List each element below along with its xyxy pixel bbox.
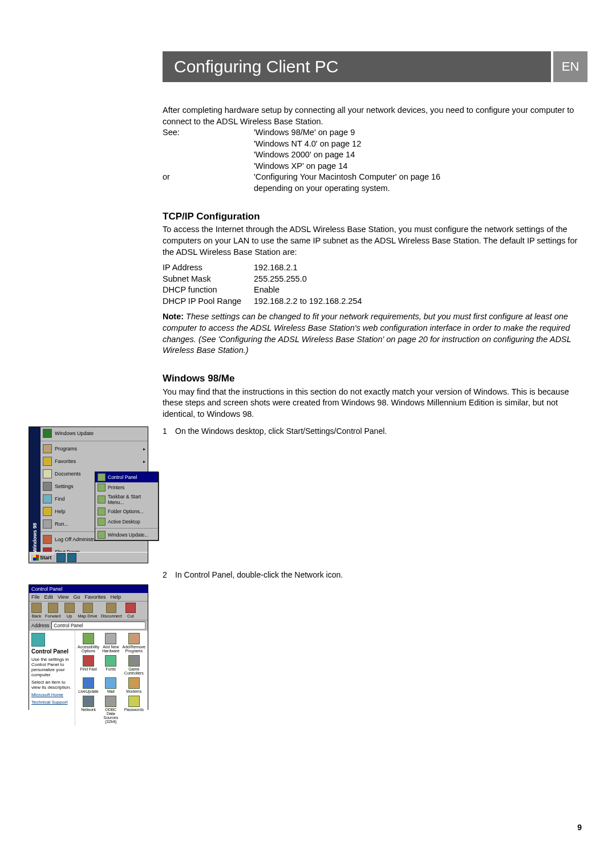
up-button[interactable]: Up — [64, 603, 75, 619]
step-number: 2 — [163, 570, 175, 579]
or-label: or — [163, 172, 254, 194]
icon-add-hardware[interactable]: Add New Hardware — [100, 633, 121, 653]
cut-icon — [125, 603, 136, 613]
cut-button[interactable]: Cut — [125, 603, 136, 619]
windows-update-icon — [43, 429, 52, 438]
icon-findfast[interactable]: Find Fast — [78, 655, 99, 675]
sub-folder-options[interactable]: Folder Options... — [95, 506, 158, 517]
menubar: File Edit View Go Favorites Help — [29, 593, 148, 601]
menu-favorites[interactable]: Favorites — [84, 594, 106, 600]
cp-sidebar-title: Control Panel — [31, 648, 72, 655]
sm-favorites[interactable]: Favorites▸ — [40, 455, 148, 468]
menu-view[interactable]: View — [58, 594, 68, 600]
icon-network[interactable]: Network — [78, 696, 99, 724]
address-field[interactable]: Control Panel — [51, 621, 145, 629]
passwords-icon — [128, 696, 140, 707]
menu-file[interactable]: File — [31, 594, 40, 600]
quicklaunch-icon[interactable] — [67, 553, 76, 562]
menu-help[interactable]: Help — [110, 594, 121, 600]
accessibility-icon — [83, 633, 94, 644]
step-number: 1 — [163, 426, 175, 436]
ref-win2000: 'Windows 2000' on page 14 — [254, 149, 587, 161]
ref-win98: 'Windows 98/Me' on page 9 — [254, 127, 587, 139]
settings-submenu: Control Panel Printers Taskbar & Start M… — [95, 472, 159, 541]
icon-passwords[interactable]: Passwords — [123, 696, 145, 724]
cp-icon-grid: Accessibility Options Add New Hardware A… — [75, 631, 148, 726]
sub-printers[interactable]: Printers — [95, 482, 158, 493]
active-desktop-icon — [98, 518, 106, 526]
icon-fonts[interactable]: Fonts — [100, 655, 121, 675]
icon-odbc[interactable]: ODBC Data Sources (32bit) — [100, 696, 121, 724]
link-microsoft-home[interactable]: Microsoft Home — [31, 692, 72, 697]
icon-liveupdate[interactable]: LiveUpdate — [78, 677, 99, 693]
ip-address-label: IP Address — [163, 262, 254, 274]
mail-icon — [105, 677, 116, 689]
disconnect-icon — [106, 603, 116, 613]
cp-hint1: Use the settings in Control Panel to per… — [31, 657, 72, 677]
quicklaunch-icon[interactable] — [56, 553, 66, 562]
up-icon — [64, 603, 75, 613]
header-spacer — [29, 51, 163, 82]
windows-stripe: Windows 98 — [29, 427, 40, 553]
liveupdate-icon — [83, 677, 94, 689]
sub-active-desktop[interactable]: Active Desktop — [95, 517, 158, 527]
fonts-icon — [105, 655, 116, 667]
icon-modems[interactable]: Modems — [123, 677, 145, 693]
start-button[interactable]: Start — [30, 554, 55, 562]
run-icon — [43, 519, 52, 529]
favorites-icon — [43, 457, 52, 466]
icon-accessibility[interactable]: Accessibility Options — [78, 633, 99, 653]
sm-programs[interactable]: Programs▸ — [40, 442, 148, 455]
programs-icon — [43, 444, 52, 453]
ip-settings-table: IP Address192.168.2.1 Subnet Mask255.255… — [163, 262, 587, 307]
mapdrive-icon — [83, 603, 93, 613]
ref-mac: 'Configuring Your Macintosh Computer' on… — [254, 172, 587, 183]
menu-go[interactable]: Go — [73, 594, 80, 600]
see-label: See: — [163, 127, 254, 172]
header-bar: Configuring Client PC EN — [29, 51, 587, 82]
mapdrive-button[interactable]: Map Drive — [78, 603, 98, 619]
dhcp-pool-label: DHCP IP Pool Range — [163, 296, 254, 307]
forward-button[interactable]: Forward — [45, 603, 61, 619]
tcpip-para: To access the Internet through the ADSL … — [163, 224, 587, 258]
note-body: These settings can be changed to fit you… — [163, 312, 571, 355]
ref-nt4: 'Windows NT 4.0' on page 12 — [254, 139, 587, 150]
odbc-icon — [105, 696, 116, 707]
sm-windows-update[interactable]: Windows Update — [40, 427, 148, 440]
intro-para: After completing hardware setup by conne… — [163, 105, 587, 127]
folder-options-icon — [98, 507, 106, 515]
icon-mail[interactable]: Mail — [100, 677, 121, 693]
icon-add-remove[interactable]: Add/Remove Programs — [123, 633, 145, 653]
tcpip-heading: TCP/IP Configuration — [163, 210, 587, 224]
ip-address-value: 192.168.2.1 — [254, 262, 298, 274]
sub-taskbar[interactable]: Taskbar & Start Menu... — [95, 493, 158, 506]
win98-para: You may find that the instructions in th… — [163, 387, 587, 420]
step2-text: In Control Panel, double-click the Netwo… — [175, 570, 343, 579]
win98-heading: Windows 98/Me — [163, 372, 587, 385]
toolbar: Back Forward Up Map Drive Disconnect Cut — [29, 601, 148, 620]
windows-icon — [33, 555, 39, 560]
subnet-mask-value: 255.255.255.0 — [254, 274, 307, 285]
dhcp-func-label: DHCP function — [163, 285, 254, 296]
note-block: Note: These settings can be changed to f… — [163, 311, 587, 356]
control-panel-icon — [98, 473, 106, 481]
cp-sidebar: Control Panel Use the settings in Contro… — [29, 631, 75, 726]
or-tail: depending on your operating system. — [254, 183, 587, 194]
sub-windows-update[interactable]: Windows Update... — [95, 530, 158, 540]
icon-gamecontrollers[interactable]: Game Controllers — [123, 655, 145, 675]
address-label: Address — [31, 623, 49, 628]
link-tech-support[interactable]: Technical Support — [31, 700, 72, 705]
dhcp-func-value: Enable — [254, 285, 279, 296]
note-label: Note: — [163, 312, 184, 321]
add-hardware-icon — [105, 633, 116, 644]
sub-control-panel[interactable]: Control Panel — [95, 472, 158, 482]
body-text: After completing hardware setup by conne… — [163, 105, 587, 420]
taskbar-icon — [98, 495, 106, 503]
back-button[interactable]: Back — [31, 603, 42, 619]
start-menu-figure: Windows 98 Windows Update Programs▸ Favo… — [29, 426, 148, 563]
disconnect-button[interactable]: Disconnect — [101, 603, 122, 619]
page-title: Configuring Client PC — [163, 51, 551, 82]
windows-update-icon — [98, 531, 106, 539]
menu-edit[interactable]: Edit — [44, 594, 54, 600]
settings-icon — [43, 482, 52, 491]
